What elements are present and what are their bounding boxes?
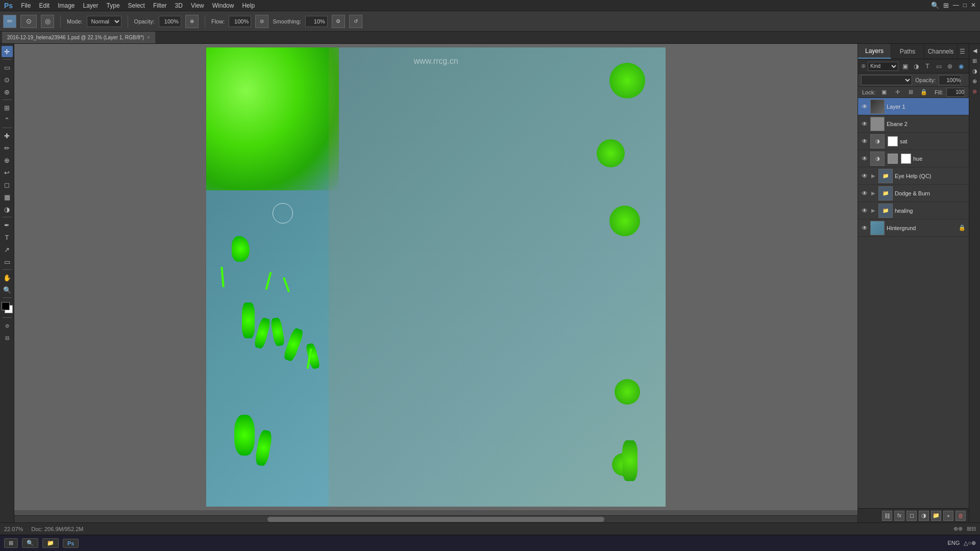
new-layer-btn[interactable]: + xyxy=(943,511,953,521)
layer-visibility-sat[interactable]: 👁 xyxy=(861,138,868,145)
layer-opacity-input[interactable]: 100% xyxy=(939,75,961,85)
menu-3d[interactable]: 3D xyxy=(175,2,183,9)
menu-help[interactable]: Help xyxy=(242,2,255,9)
adjustment-btn[interactable]: ◑ xyxy=(919,511,929,521)
angle-btn[interactable]: ↺ xyxy=(349,15,362,28)
layer-item-sat[interactable]: 👁 ◑ sat xyxy=(858,133,969,150)
quick-select-tool[interactable]: ⊛ xyxy=(2,86,13,97)
panel-menu-btn[interactable]: ☰ xyxy=(958,47,967,56)
lasso-tool[interactable]: ⊙ xyxy=(2,74,13,85)
spot-heal-tool[interactable]: ✚ xyxy=(2,130,13,141)
layer-item-hue[interactable]: 👁 ◑ hue xyxy=(858,150,969,167)
delete-layer-btn[interactable]: 🗑 xyxy=(955,511,966,521)
brush-tool-btn[interactable]: ✏ xyxy=(3,15,16,28)
menu-layer[interactable]: Layer xyxy=(83,2,99,9)
filter-shape-btn[interactable]: ▭ xyxy=(934,62,943,71)
tab-paths[interactable]: Paths xyxy=(891,44,924,59)
history-brush[interactable]: ↩ xyxy=(2,167,13,178)
taskbar-photoshop[interactable]: Ps xyxy=(63,539,79,548)
strip-icon-3[interactable]: ⊕ xyxy=(970,77,979,86)
zoom-tool[interactable]: 🔍 xyxy=(2,284,13,295)
tab-layers[interactable]: Layers xyxy=(858,44,891,59)
taskbar-search[interactable]: 🔍 xyxy=(22,538,38,548)
clone-tool[interactable]: ⊕ xyxy=(2,155,13,166)
eraser-tool[interactable]: ◻ xyxy=(2,179,13,190)
strip-icon-2[interactable]: ◑ xyxy=(970,66,979,76)
minimize-btn[interactable]: — xyxy=(953,2,959,9)
close-btn[interactable]: ✕ xyxy=(971,2,976,9)
arrangement-btn[interactable]: ⊞⊟ xyxy=(967,525,976,532)
blend-mode-select[interactable]: Normal Multiply Screen xyxy=(87,16,121,27)
layer-expand-healing[interactable]: ▶ xyxy=(870,208,876,214)
foreground-color-swatch[interactable] xyxy=(2,302,10,310)
smoothing-settings-btn[interactable]: ⚙ xyxy=(332,15,345,28)
document-tab[interactable]: 2016-12-19_helena23946 1.psd @ 22.1% (La… xyxy=(2,32,156,43)
filter-smart-btn[interactable]: ⊛ xyxy=(945,62,954,71)
eyedropper-tool[interactable]: ⌃ xyxy=(2,114,13,126)
marquee-tool[interactable]: ▭ xyxy=(2,62,13,73)
layer-item-healing[interactable]: 👁 ▶ 📁 healing xyxy=(858,202,969,219)
layer-visibility-healing[interactable]: 👁 xyxy=(861,207,868,214)
menu-filter[interactable]: Filter xyxy=(153,2,167,9)
filter-pixel-btn[interactable]: ▣ xyxy=(900,62,910,71)
filter-type-select[interactable]: Kind Name Effect xyxy=(868,62,898,71)
color-swatches[interactable] xyxy=(2,302,13,313)
layer-visibility-hintergrund[interactable]: 👁 xyxy=(861,224,868,232)
layer-item-dodgeburn[interactable]: 👁 ▶ 📁 Dodge & Burn xyxy=(858,185,969,202)
brush-hardness-btn[interactable]: ◎ xyxy=(41,15,54,28)
menu-type[interactable]: Type xyxy=(107,2,120,9)
lock-pixels-btn[interactable]: ▣ xyxy=(879,88,889,97)
filter-text-btn[interactable]: T xyxy=(923,62,932,71)
menu-image[interactable]: Image xyxy=(58,2,75,9)
group-btn[interactable]: 📁 xyxy=(931,511,941,521)
screen-mode-btn[interactable]: ⊟ xyxy=(2,332,13,343)
search-icon[interactable]: 🔍 xyxy=(931,2,939,9)
pen-tool[interactable]: ✒ xyxy=(2,219,13,231)
lock-artboard-btn[interactable]: ⊞ xyxy=(906,88,915,97)
layer-blend-select[interactable]: Normal xyxy=(861,75,912,85)
mask-btn[interactable]: ◻ xyxy=(906,511,917,521)
collapse-btn[interactable]: ◀ xyxy=(970,46,979,55)
move-tool[interactable]: ✛ xyxy=(2,46,13,57)
quick-mask-btn[interactable]: ⊘ xyxy=(2,320,13,331)
taskbar-file-explorer[interactable]: 📁 xyxy=(42,538,59,548)
layer-visibility-eyehelp[interactable]: 👁 xyxy=(861,172,868,180)
canvas-scrollbar-h[interactable] xyxy=(14,515,857,522)
opacity-input[interactable] xyxy=(159,16,181,27)
link-btn[interactable]: ⛓ xyxy=(882,511,892,521)
brush-size-btn[interactable]: ⊙ xyxy=(20,15,37,28)
layer-expand-dodgeburn[interactable]: ▶ xyxy=(870,190,876,196)
menu-edit[interactable]: Edit xyxy=(39,2,50,9)
text-tool[interactable]: T xyxy=(2,232,13,243)
tab-close-btn[interactable]: × xyxy=(147,35,150,40)
canvas-content[interactable]: www.rrcg.cn 人人素材 人人素材 人人素材 人人素材 人人素材 人人素… xyxy=(206,47,666,507)
layer-expand-eyehelp[interactable]: ▶ xyxy=(870,173,876,179)
crop-tool[interactable]: ⊞ xyxy=(2,102,13,113)
layer-visibility-ebane2[interactable]: 👁 xyxy=(861,120,868,128)
strip-icon-4[interactable]: ⊗ xyxy=(970,87,979,96)
strip-icon-1[interactable]: ⊞ xyxy=(970,56,979,65)
lock-all-btn[interactable]: 🔒 xyxy=(919,88,928,97)
fx-btn[interactable]: fx xyxy=(894,511,904,521)
workspace-icon[interactable]: ⊞ xyxy=(943,2,949,9)
filter-adjust-btn[interactable]: ◑ xyxy=(912,62,921,71)
shape-tool[interactable]: ▭ xyxy=(2,256,13,267)
maximize-btn[interactable]: □ xyxy=(963,2,967,9)
smoothing-input[interactable] xyxy=(305,16,328,27)
layer-item-ebane2[interactable]: 👁 Ebane 2 xyxy=(858,115,969,133)
taskbar-start[interactable]: ⊞ xyxy=(4,538,18,548)
scrollbar-thumb-h[interactable] xyxy=(267,517,605,522)
filter-toggle-btn[interactable]: ◉ xyxy=(957,62,966,71)
hand-tool[interactable]: ✋ xyxy=(2,272,13,283)
brush-tool[interactable]: ✏ xyxy=(2,142,13,154)
tab-channels[interactable]: Channels xyxy=(924,44,958,59)
menu-select[interactable]: Select xyxy=(128,2,145,9)
layer-item-eyehelp[interactable]: 👁 ▶ 📁 Eye Help (QC) xyxy=(858,167,969,185)
gradient-tool[interactable]: ▦ xyxy=(2,191,13,203)
flow-input[interactable] xyxy=(229,16,251,27)
layer-item-hintergrund[interactable]: 👁 Hintergrund 🔒 xyxy=(858,219,969,237)
menu-file[interactable]: File xyxy=(21,2,31,9)
lock-position-btn[interactable]: ✛ xyxy=(893,88,902,97)
path-select-tool[interactable]: ↗ xyxy=(2,244,13,255)
canvas-area[interactable]: www.rrcg.cn 人人素材 人人素材 人人素材 人人素材 人人素材 人人素… xyxy=(14,44,857,522)
